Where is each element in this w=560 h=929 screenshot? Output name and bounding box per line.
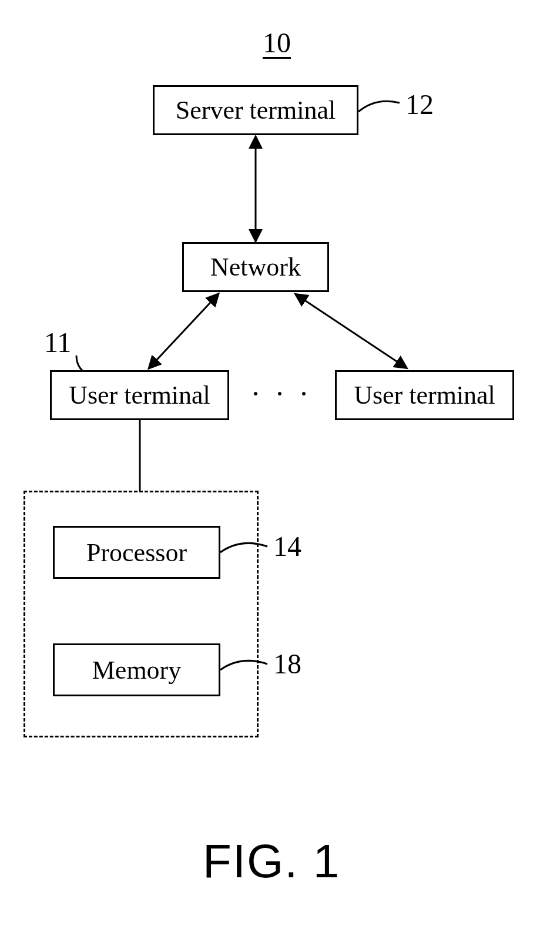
figure-caption: FIG. 1 (203, 834, 340, 888)
memory-ref-label: 18 (273, 648, 301, 680)
diagram-canvas: 10 Server terminal 12 Network 11 (0, 0, 560, 929)
leader-line-memory (0, 0, 560, 929)
